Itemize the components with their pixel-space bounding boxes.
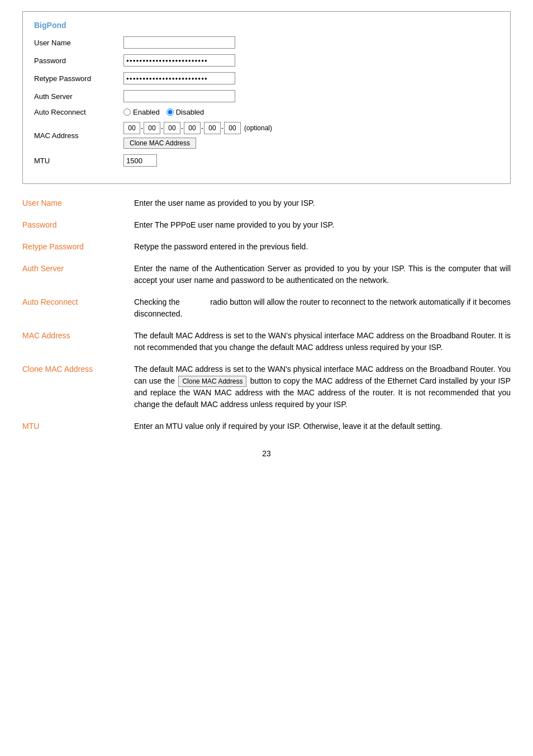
mtu-row: MTU (34, 154, 499, 167)
help-auto-reconnect: Auto Reconnect Checking the radio button… (22, 296, 511, 320)
enabled-radio[interactable] (123, 108, 131, 116)
help-mac-address: MAC Address The default MAC Address is s… (22, 330, 511, 353)
auto-reconnect-label: Auto Reconnect (34, 108, 123, 116)
auth-server-input[interactable] (123, 90, 235, 102)
auto-reconnect-row: Auto Reconnect Enabled Disabled (34, 108, 499, 116)
help-mtu: MTU Enter an MTU value only if required … (22, 420, 511, 432)
help-password: Password Enter The PPPoE user name provi… (22, 219, 511, 231)
disabled-option[interactable]: Disabled (166, 108, 204, 116)
help-desc-mtu: Enter an MTU value only if required by y… (134, 420, 511, 432)
username-input[interactable] (123, 36, 235, 49)
mac-octet-4[interactable] (184, 122, 201, 134)
disabled-radio[interactable] (166, 108, 174, 116)
password-row: Password ●●●●●●●●●●●●●●●●●●●●●●●●● (34, 54, 499, 67)
help-desc-auto-reconnect: Checking the radio button will allow the… (134, 296, 511, 320)
help-desc-clone-mac: The default MAC address is set to the WA… (134, 363, 511, 410)
retype-password-field[interactable]: ●●●●●●●●●●●●●●●●●●●●●●●●● (123, 72, 235, 84)
help-username: User Name Enter the user name as provide… (22, 197, 511, 209)
clone-mac-inline-btn: Clone MAC Address (178, 376, 246, 387)
auth-server-label: Auth Server (34, 92, 123, 101)
password-field[interactable]: ●●●●●●●●●●●●●●●●●●●●●●●●● (123, 54, 235, 67)
password-label: Password (34, 56, 123, 65)
auth-server-row: Auth Server (34, 90, 499, 102)
help-term-auto-reconnect: Auto Reconnect (22, 296, 134, 308)
help-term-username: User Name (22, 197, 134, 209)
retype-password-dots: ●●●●●●●●●●●●●●●●●●●●●●●●● (126, 76, 208, 81)
help-retype-password: Retype Password Retype the password ente… (22, 241, 511, 253)
clone-mac-button[interactable]: Clone MAC Address (123, 138, 196, 149)
section-title: BigPond (34, 21, 499, 30)
help-term-retype-password: Retype Password (22, 241, 134, 253)
mac-group: - - - - - (optional) Clone MAC Address (123, 122, 272, 149)
mtu-label: MTU (34, 157, 123, 165)
help-section: User Name Enter the user name as provide… (22, 197, 511, 432)
enabled-label: Enabled (133, 108, 160, 116)
mac-octet-6[interactable] (224, 122, 241, 134)
mac-fields: - - - - - (optional) (123, 122, 272, 134)
retype-password-label: Retype Password (34, 74, 123, 83)
retype-password-row: Retype Password ●●●●●●●●●●●●●●●●●●●●●●●●… (34, 72, 499, 84)
auto-reconnect-group: Enabled Disabled (123, 108, 204, 116)
help-desc-retype-password: Retype the password entered in the previ… (134, 241, 511, 253)
username-label: User Name (34, 39, 123, 47)
page-number: 23 (22, 449, 511, 458)
mac-octet-3[interactable] (164, 122, 180, 134)
help-term-mac-address: MAC Address (22, 330, 134, 342)
help-desc-username: Enter the user name as provided to you b… (134, 197, 511, 209)
mac-octet-1[interactable] (123, 122, 140, 134)
mac-address-row: MAC Address - - - - - (optional) Clone M… (34, 122, 499, 149)
help-clone-mac: Clone MAC Address The default MAC addres… (22, 363, 511, 410)
mac-octet-2[interactable] (144, 122, 160, 134)
disabled-label: Disabled (176, 108, 204, 116)
bigpond-form: BigPond User Name Password ●●●●●●●●●●●●●… (22, 11, 511, 184)
mac-octet-5[interactable] (204, 122, 221, 134)
help-term-password: Password (22, 219, 134, 231)
help-term-clone-mac: Clone MAC Address (22, 363, 134, 375)
help-desc-auth-server: Enter the name of the Authentication Ser… (134, 263, 511, 286)
username-row: User Name (34, 36, 499, 49)
mtu-input[interactable] (123, 154, 157, 167)
help-term-mtu: MTU (22, 420, 134, 432)
help-desc-password: Enter The PPPoE user name provided to yo… (134, 219, 511, 231)
help-term-auth-server: Auth Server (22, 263, 134, 275)
mac-optional-text: (optional) (244, 124, 272, 132)
enabled-option[interactable]: Enabled (123, 108, 160, 116)
password-dots: ●●●●●●●●●●●●●●●●●●●●●●●●● (126, 58, 208, 63)
help-auth-server: Auth Server Enter the name of the Authen… (22, 263, 511, 286)
help-desc-mac-address: The default MAC Address is set to the WA… (134, 330, 511, 353)
mac-address-label: MAC Address (34, 131, 123, 140)
